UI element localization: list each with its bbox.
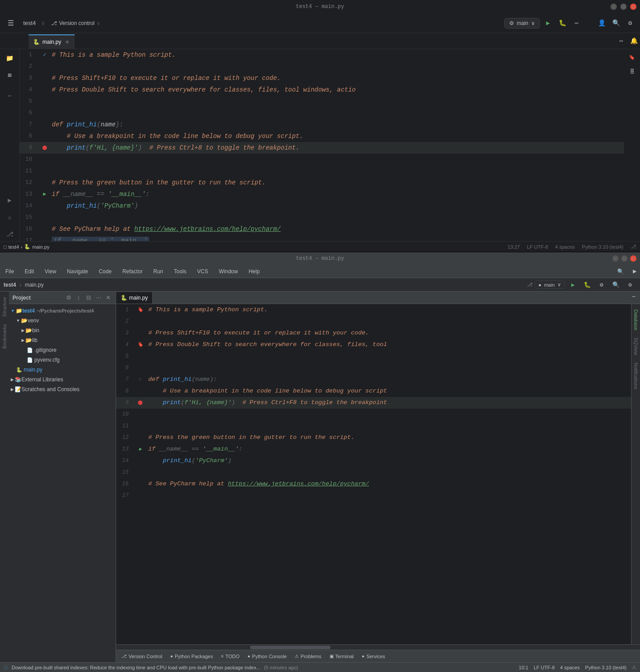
folder-icon-top[interactable]: 📁	[3, 51, 17, 65]
more-run-options-icon[interactable]: ⋯	[570, 17, 583, 29]
vcs-section[interactable]: ⎇ Version control ∨	[47, 18, 104, 28]
close-button-bottom[interactable]: ✕	[630, 255, 636, 262]
btab-services[interactable]: ● Services	[358, 651, 389, 662]
notifications-icon[interactable]: 🔔	[627, 34, 640, 47]
git-icon[interactable]: ⎇	[3, 227, 17, 241]
minimize-button[interactable]: –	[611, 4, 617, 10]
menu-code[interactable]: Code	[97, 267, 113, 275]
run-config-widget[interactable]: ⚙ main ∨	[504, 18, 540, 29]
encoding-bottom[interactable]: LF UTF-8	[534, 665, 555, 670]
project-name-top[interactable]: test4	[20, 18, 39, 28]
menu-tools[interactable]: Tools	[172, 267, 188, 275]
settings-icon-bar[interactable]: ⚙	[624, 279, 636, 291]
plugins-icon[interactable]: ⋯	[3, 88, 17, 103]
scroll-thumb[interactable]	[250, 646, 330, 649]
maximize-button-bottom[interactable]: □	[621, 255, 627, 262]
encoding-status[interactable]: LF UTF-8	[527, 244, 548, 250]
tree-gear-icon[interactable]: ⚙	[65, 294, 73, 302]
run-arrow-icon-bottom[interactable]: ▶	[139, 443, 142, 455]
database-icon[interactable]: 🗄	[626, 65, 638, 78]
menu-edit[interactable]: Edit	[23, 267, 36, 275]
menu-window[interactable]: Window	[217, 267, 240, 275]
tree-item-gitignore[interactable]: 📄 .gitignore	[9, 345, 116, 355]
panel-tab-bookmarks[interactable]: Bookmarks	[1, 321, 8, 352]
menu-help[interactable]: Help	[247, 267, 262, 275]
btab-python-packages[interactable]: ● Python Packages	[167, 651, 217, 662]
breakpoint-icon[interactable]	[42, 146, 47, 150]
run-config-classic-icon: ●	[539, 282, 542, 288]
tree-collapse-icon[interactable]: ⊟	[84, 294, 92, 302]
settings-icon-top[interactable]: ⚙	[624, 17, 636, 29]
code-line-4: 4 # Press Double Shift to search everywh…	[20, 84, 624, 96]
editor-tab-more-icon[interactable]: ⋯	[627, 292, 640, 303]
panel-tab-notifications[interactable]: Notifications	[632, 359, 640, 393]
run-panel-icon[interactable]: ▶	[3, 193, 17, 207]
debug-button[interactable]: 🐛	[556, 17, 569, 29]
cl-11: 11	[116, 420, 631, 432]
indent-bottom[interactable]: 4 spaces	[560, 665, 580, 670]
run-button[interactable]: ▶	[542, 17, 554, 29]
btab-python-console[interactable]: ● Python Console	[244, 651, 290, 662]
cursor-position-bottom[interactable]: 10:1	[519, 665, 528, 670]
tree-item-venv[interactable]: ▼ 📂 venv	[9, 316, 116, 326]
btab-version-control[interactable]: ⎇ Version Control	[118, 651, 166, 662]
menu-run[interactable]: Run	[151, 267, 165, 275]
ln-6: 6	[116, 362, 134, 374]
vcs-tab-icon: ⎇	[121, 654, 127, 659]
menu-vcs[interactable]: VCS	[195, 267, 210, 275]
breadcrumb-file[interactable]: main.py	[32, 244, 50, 250]
panel-tab-structure[interactable]: Structure	[1, 293, 8, 321]
tree-item-lib[interactable]: ▶ 📂 lib	[9, 335, 116, 345]
minimize-button-bottom[interactable]: –	[612, 255, 619, 262]
breakpoint-icon-bottom[interactable]	[138, 401, 142, 405]
panel-tab-database[interactable]: Database	[632, 306, 640, 334]
menu-navigate[interactable]: Navigate	[65, 267, 90, 275]
tree-item-ext-libs[interactable]: ▶ 📚 External Libraries	[9, 375, 116, 384]
btab-problems[interactable]: ⚠ Problems	[291, 651, 325, 662]
menu-file[interactable]: File	[4, 267, 16, 275]
bookmark-icon[interactable]: 🔖	[626, 51, 638, 63]
editor-code-bottom[interactable]: 1 🔖 # This is a sample Python script. 2 …	[116, 304, 640, 644]
python-status[interactable]: Python 3.10 (test4)	[582, 244, 623, 250]
code-editor-top[interactable]: 1 ✓ # This is a sample Python script. 2 …	[20, 49, 624, 241]
more-options-icon[interactable]: ⚙	[595, 279, 608, 291]
tree-item-test4-root[interactable]: ▼ 📁 test4 ~/PycharmProjects/test4	[9, 306, 116, 316]
tab-close-icon[interactable]: ✕	[64, 39, 70, 45]
close-button-top[interactable]: ✕	[630, 4, 636, 10]
run-arrow-icon[interactable]: ▶	[43, 188, 46, 200]
run-config-classic[interactable]: ● main ∨	[535, 280, 565, 289]
tree-item-pyvenv[interactable]: 📄 pyvenv.cfg	[9, 355, 116, 365]
tab-more-icon[interactable]: ⋯	[615, 34, 627, 47]
account-icon[interactable]: 👤	[595, 17, 608, 29]
tree-item-main-py[interactable]: 🐍 main.py	[9, 365, 116, 375]
python-bottom[interactable]: Python 3.10 (test4)	[585, 665, 627, 670]
menu-view[interactable]: View	[43, 267, 58, 275]
btab-todo[interactable]: ≡ TODO	[218, 651, 243, 662]
tree-item-bin[interactable]: ▶ 📂 bin	[9, 326, 116, 335]
maximize-button[interactable]: □	[620, 4, 627, 10]
search-icon-top[interactable]: 🔍	[610, 17, 622, 29]
run-button-classic[interactable]: ▶	[567, 279, 579, 291]
tab-main-py[interactable]: 🐍 main.py ✕	[29, 34, 75, 49]
hamburger-menu-icon[interactable]: ☰	[4, 16, 18, 30]
code-line-6: 6	[20, 107, 624, 119]
debug-button-classic[interactable]: 🐛	[581, 279, 594, 291]
cursor-position[interactable]: 13:27	[507, 244, 520, 250]
menu-refactor[interactable]: Refactor	[121, 267, 144, 275]
horizontal-scrollbar[interactable]	[116, 644, 640, 650]
problems-icon[interactable]: ⚠	[3, 210, 17, 224]
btab-terminal[interactable]: ▣ Terminal	[326, 651, 358, 662]
tree-scroll-icon[interactable]: ↕	[75, 294, 83, 302]
tree-item-scratches[interactable]: ▶ 📝 Scratches and Consoles	[9, 384, 116, 394]
structure-icon[interactable]: ⊞	[3, 68, 17, 82]
file-breadcrumb-bottom: main.py	[25, 282, 44, 288]
cl-4: 4 🔖 # Press Double Shift to search every…	[116, 339, 631, 351]
indent-status[interactable]: 4 spaces	[555, 244, 575, 250]
panel-tab-sqview[interactable]: SQView	[632, 334, 640, 359]
tree-filter-icon[interactable]: ⋯	[94, 294, 102, 302]
git-icon-bar: ⎇	[527, 282, 533, 288]
breadcrumb-project-label[interactable]: test4	[8, 244, 19, 250]
editor-tab-main-py[interactable]: 🐍 main.py	[116, 292, 153, 304]
search-icon-bar[interactable]: 🔍	[610, 279, 622, 291]
tree-close-icon[interactable]: ✕	[104, 294, 112, 302]
